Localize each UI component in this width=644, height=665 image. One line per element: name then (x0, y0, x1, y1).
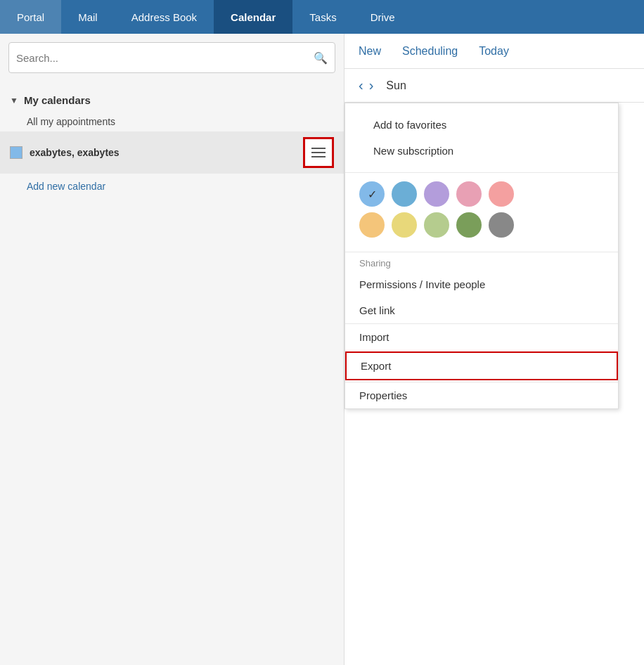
color-swatch-blue-light[interactable]: ✓ (359, 181, 385, 207)
get-link-item[interactable]: Get link (345, 297, 618, 323)
my-calendars-header: ▼ My calendars (0, 89, 344, 112)
search-icon: 🔍 (314, 51, 328, 65)
calendar-nav-row: ‹ › Sun (344, 69, 644, 103)
color-swatch-dark-green[interactable] (456, 212, 482, 238)
search-bar: 🔍 (8, 42, 335, 73)
calendar-name: exabytes, exabytes (30, 147, 303, 158)
main-layout: 🔍 ▼ My calendars All my appointments exa… (0, 34, 644, 665)
import-item[interactable]: Import (345, 324, 618, 350)
color-swatch-gray[interactable] (489, 212, 514, 238)
color-swatch-blue[interactable] (392, 181, 417, 207)
color-swatch-purple[interactable] (424, 181, 449, 207)
today-button[interactable]: Today (479, 45, 509, 58)
top-nav: Portal Mail Address Book Calendar Tasks … (0, 0, 644, 34)
dropdown-menu: Add to favorites New subscription ✓ (344, 103, 619, 409)
properties-section: Properties (345, 382, 618, 408)
hamburger-icon (311, 148, 326, 157)
color-swatch-salmon[interactable] (489, 181, 514, 207)
sharing-section: Sharing Permissions / Invite people Get … (345, 252, 618, 324)
color-swatch-light-green[interactable] (424, 212, 449, 238)
color-swatch-orange[interactable] (359, 212, 385, 238)
sharing-label: Sharing (345, 252, 618, 271)
prev-arrow[interactable]: ‹ (359, 77, 363, 93)
scheduling-button[interactable]: Scheduling (402, 45, 458, 58)
all-appointments-item[interactable]: All my appointments (0, 112, 344, 131)
add-new-calendar-link[interactable]: Add new calendar (0, 174, 344, 199)
sidebar-content: ▼ My calendars All my appointments exaby… (0, 82, 344, 206)
properties-item[interactable]: Properties (345, 382, 618, 408)
color-swatch-yellow[interactable] (392, 212, 417, 238)
color-row-1: ✓ (359, 181, 604, 207)
triangle-icon: ▼ (10, 96, 18, 105)
hamburger-menu-button[interactable] (303, 137, 334, 168)
sidebar: 🔍 ▼ My calendars All my appointments exa… (0, 34, 344, 665)
nav-calendar[interactable]: Calendar (214, 0, 292, 34)
color-swatch-pink[interactable] (456, 181, 482, 207)
search-input[interactable] (16, 52, 314, 64)
day-label: Sun (386, 79, 406, 92)
add-to-favorites-item[interactable]: Add to favorites (359, 112, 604, 138)
favorites-section: Add to favorites New subscription (345, 103, 618, 173)
nav-portal[interactable]: Portal (0, 0, 61, 34)
nav-drive[interactable]: Drive (354, 0, 412, 34)
color-row-2 (359, 212, 604, 238)
new-subscription-item[interactable]: New subscription (359, 138, 604, 164)
nav-address-book[interactable]: Address Book (115, 0, 214, 34)
my-calendars-label: My calendars (24, 94, 91, 106)
toolbar: New Scheduling Today (344, 34, 644, 69)
color-section: ✓ (345, 173, 618, 252)
permissions-item[interactable]: Permissions / Invite people (345, 271, 618, 297)
import-export-section: Import Export (345, 324, 618, 382)
calendar-color-indicator (10, 146, 22, 159)
right-area: New Scheduling Today ‹ › Sun Add to favo… (344, 34, 644, 665)
calendar-item-exabytes: exabytes, exabytes (0, 131, 344, 174)
nav-tasks[interactable]: Tasks (292, 0, 353, 34)
nav-mail[interactable]: Mail (61, 0, 115, 34)
new-button[interactable]: New (359, 45, 381, 58)
next-arrow[interactable]: › (369, 77, 374, 93)
export-item[interactable]: Export (345, 351, 618, 380)
